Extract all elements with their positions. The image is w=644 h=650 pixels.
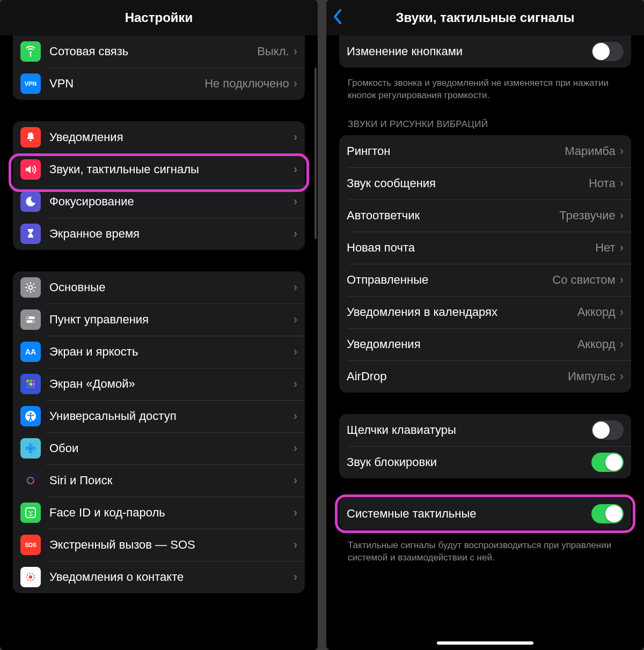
row-value: Аккорд (577, 337, 616, 351)
settings-row[interactable]: Экранное время› (13, 218, 305, 250)
vpn-icon: VPN (20, 73, 41, 94)
sounds-screen: Звуки, тактильные сигналы Изменение кноп… (326, 0, 644, 650)
settings-row[interactable]: Уведомления› (13, 121, 305, 153)
svg-point-21 (26, 447, 29, 450)
switches-icon (20, 309, 41, 330)
header: Настройки (0, 0, 318, 35)
group-sound-patterns: РингтонМаримба›Звук сообщенияНота›Автоот… (339, 135, 631, 393)
chevron-right-icon: › (294, 474, 297, 488)
hourglass-icon (20, 224, 41, 244)
row-label: Сотовая связь (49, 45, 257, 58)
row-label: Звук сообщения (347, 176, 589, 190)
svg-point-31 (29, 575, 32, 579)
toggle-system-haptics[interactable] (591, 504, 624, 523)
settings-group-notifications: Уведомления›Звуки, тактильные сигналы›Фо… (13, 121, 305, 250)
row-label: Новая почта (347, 241, 595, 255)
row-label: Siri и Поиск (49, 474, 294, 488)
row-label: Экран и яркость (49, 345, 294, 359)
chevron-right-icon: › (620, 241, 624, 255)
footer-change-with-buttons: Громкость звонка и уведомлений не изменя… (332, 72, 639, 115)
home-indicator[interactable] (111, 641, 207, 645)
chevron-right-icon: › (294, 570, 297, 584)
svg-rect-11 (33, 380, 35, 382)
bell-icon (20, 127, 41, 147)
scrollbar[interactable] (314, 68, 317, 239)
svg-rect-10 (30, 380, 32, 382)
svg-text:AA: AA (25, 348, 36, 356)
settings-row[interactable]: ОтправленныеСо свистом› (339, 264, 631, 296)
settings-row[interactable]: РингтонМаримба› (339, 135, 631, 167)
row-label: Face ID и код-пароль (49, 506, 294, 520)
svg-point-27 (28, 511, 30, 512)
settings-row[interactable]: Пункт управления› (13, 304, 305, 336)
chevron-right-icon: › (294, 195, 297, 209)
group-change-with-buttons: Изменение кнопками (339, 35, 631, 68)
settings-row[interactable]: Уведомления в календаряхАккорд› (339, 296, 631, 328)
row-label: Автоответчик (347, 209, 559, 223)
toggle-change-with-buttons[interactable] (591, 42, 624, 61)
svg-point-22 (33, 447, 35, 450)
settings-group-general: Основные›Пункт управления›AAЭкран и ярко… (13, 271, 305, 593)
row-label: VPN (49, 77, 204, 91)
row-label: Фокусирование (49, 195, 294, 209)
settings-row[interactable]: Экран «Домой»› (13, 368, 305, 400)
settings-row[interactable]: SOSЭкстренный вызов — SOS› (13, 529, 305, 561)
moon-icon (20, 191, 41, 212)
svg-rect-2 (30, 139, 32, 141)
row-label: Уведомления (347, 337, 577, 351)
chevron-right-icon: › (620, 370, 624, 383)
row-label: Универсальный доступ (49, 409, 294, 423)
svg-point-18 (30, 447, 32, 450)
back-button[interactable] (333, 8, 342, 27)
settings-row[interactable]: УведомленияАккорд› (339, 328, 631, 360)
svg-point-17 (30, 412, 32, 415)
settings-row[interactable]: AirDropИмпульс› (339, 360, 631, 393)
row-system-haptics[interactable]: Системные тактильные (339, 498, 631, 530)
settings-group-connectivity: Сотовая связьВыкл.›VPNVPNНе подключено› (13, 35, 305, 100)
chevron-right-icon: › (294, 130, 297, 144)
settings-row[interactable]: Face ID и код-пароль› (13, 497, 305, 529)
row-label: Уведомления о контакте (49, 570, 294, 584)
group-system-sounds: Щелчки клавиатурыЗвук блокировки (339, 414, 631, 478)
settings-row[interactable]: Звуки, тактильные сигналы› (13, 153, 305, 186)
row-label: Обои (49, 441, 294, 455)
row-value: Со свистом (552, 273, 615, 287)
label: Изменение кнопками (347, 45, 591, 58)
faceid-icon (20, 503, 41, 523)
header: Звуки, тактильные сигналы (326, 0, 644, 35)
settings-content[interactable]: Сотовая связьВыкл.›VPNVPNНе подключено› … (0, 35, 318, 650)
toggle[interactable] (591, 453, 624, 472)
toggle[interactable] (591, 420, 624, 440)
svg-point-28 (32, 511, 33, 512)
row-value: Импульс (568, 370, 616, 383)
page-title: Настройки (125, 10, 193, 25)
svg-point-5 (27, 317, 29, 319)
toggle-row[interactable]: Звук блокировки (339, 446, 631, 478)
settings-row[interactable]: Сотовая связьВыкл.› (13, 35, 305, 68)
footer-haptic: Тактильные сигналы будут воспроизводитьс… (332, 534, 639, 577)
chevron-right-icon: › (294, 77, 297, 91)
chevron-right-icon: › (620, 176, 624, 190)
settings-row[interactable]: AAЭкран и яркость› (13, 336, 305, 368)
settings-row[interactable]: VPNVPNНе подключено› (13, 68, 305, 100)
settings-row[interactable]: Звук сообщенияНота› (339, 167, 631, 200)
accessibility-icon (20, 406, 41, 426)
chevron-right-icon: › (294, 377, 297, 391)
settings-row[interactable]: АвтоответчикТрезвучие› (339, 200, 631, 232)
settings-row[interactable]: Универсальный доступ› (13, 400, 305, 432)
settings-row[interactable]: Новая почтаНет› (339, 232, 631, 264)
row-value: Не подключено (204, 77, 289, 91)
home-indicator[interactable] (437, 641, 533, 645)
settings-row[interactable]: Обои› (13, 432, 305, 464)
row-label: Уведомления (49, 130, 294, 144)
chevron-right-icon: › (294, 313, 297, 327)
settings-row[interactable]: Основные› (13, 271, 305, 304)
row-change-with-buttons[interactable]: Изменение кнопками (339, 35, 631, 68)
toggle-row[interactable]: Щелчки клавиатуры (339, 414, 631, 446)
settings-row[interactable]: Уведомления о контакте› (13, 561, 305, 593)
sounds-content[interactable]: Изменение кнопками Громкость звонка и ув… (326, 35, 644, 650)
settings-row[interactable]: Фокусирование› (13, 186, 305, 218)
row-label: Звуки, тактильные сигналы (49, 162, 294, 176)
antenna-icon (20, 41, 41, 62)
settings-row[interactable]: Siri и Поиск› (13, 464, 305, 497)
